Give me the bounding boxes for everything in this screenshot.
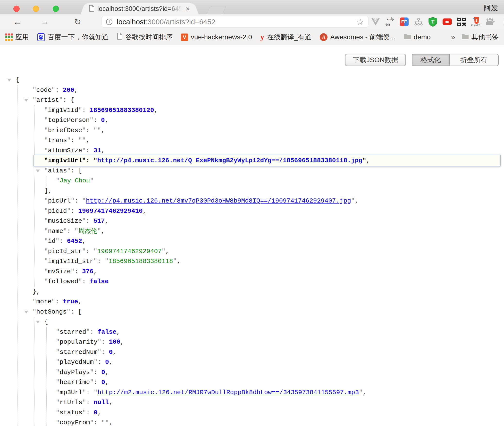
json-num-value: 18569651883380120 — [90, 107, 154, 114]
collapse-all-button[interactable]: 折叠所有 — [450, 54, 498, 66]
bookmark-apps[interactable]: 应用 — [5, 33, 29, 42]
json-key: starred — [60, 328, 86, 336]
json-key: playedNum — [60, 358, 94, 366]
back-icon[interactable]: ← — [11, 14, 24, 29]
close-window-button[interactable] — [13, 6, 20, 12]
json-line: "artist": { — [0, 95, 504, 105]
bookmark-baidu[interactable]: 百度一下，你就知道 — [37, 33, 109, 42]
json-key: hearTime — [60, 379, 90, 386]
json-url-link[interactable]: http://p4.music.126.net/Q_ExePNkmgB2yWyL… — [97, 157, 362, 164]
json-line: "more": true, — [0, 297, 504, 307]
bookmark-star-icon[interactable]: ☆ — [357, 17, 364, 27]
json-key: code — [36, 86, 51, 94]
json-num-value: 517 — [93, 217, 105, 225]
json-key: musicSize — [48, 217, 82, 225]
tab-title: localhost:3000/artists?id=645 — [97, 5, 183, 13]
format-button[interactable]: 格式化 — [412, 54, 450, 66]
youdao-y-icon: y — [260, 33, 264, 41]
json-line: "dayPlays": 0, — [0, 367, 504, 378]
json-line: "img1v1Id_str": "18569651883380118", — [0, 256, 504, 267]
fe-extension-icon[interactable]: FE — [400, 16, 409, 27]
collapse-arrow-icon[interactable] — [36, 321, 40, 324]
json-line: "mp3Url": "http://m2.music.126.net/RMJR7… — [0, 388, 504, 398]
json-key: popularity — [60, 338, 98, 346]
collapse-arrow-icon[interactable] — [24, 311, 28, 314]
video-speed-icon[interactable]: ▶▶ — [443, 16, 452, 27]
json-num-value: 100 — [109, 338, 120, 346]
vue-devtools-icon[interactable] — [371, 16, 380, 27]
json-url-link[interactable]: http://m2.music.126.net/RMJR7wDullRqppBk… — [98, 389, 359, 396]
bookmarks-bar: 应用 百度一下，你就知道 谷歌按时间排序 V vue-hackernews-2.… — [0, 29, 504, 45]
extensions-row: 英 en FE T ▶▶ 5 PLAYER — [371, 14, 504, 29]
json-key: dayPlays — [60, 369, 90, 376]
json-null-value: null — [94, 399, 109, 406]
bookmark-vue-hackernews[interactable]: V vue-hackernews-2.0 — [181, 33, 252, 41]
baidu-paw-icon — [37, 33, 45, 41]
json-key: name — [48, 228, 63, 235]
minimize-window-button[interactable] — [33, 6, 39, 12]
json-key: artist — [36, 96, 59, 104]
json-line: "hearTime": 0, — [0, 377, 504, 388]
url-host: localhost — [117, 18, 145, 26]
h5-player-icon[interactable]: 5 PLAYER — [471, 16, 480, 27]
json-num-value: 376 — [82, 268, 93, 275]
qr-code-icon[interactable] — [457, 16, 466, 27]
json-key: alias — [48, 167, 67, 174]
collapse-arrow-icon[interactable] — [24, 99, 28, 102]
json-key: mp3Url — [60, 389, 83, 396]
json-line: }, — [0, 287, 504, 297]
bookmark-other-folder[interactable]: 其他书签 — [462, 33, 499, 42]
json-key: id — [48, 238, 56, 245]
paw-extension-icon[interactable] — [486, 16, 495, 27]
json-line: "Jay Chou" — [0, 176, 504, 186]
page-favicon-icon — [89, 5, 94, 13]
json-line: { — [0, 75, 504, 85]
tampermonkey-icon[interactable]: T — [428, 16, 437, 27]
bookmarks-overflow-chevron[interactable]: » — [451, 33, 455, 42]
folder-icon — [462, 33, 469, 41]
json-num-value: 0 — [109, 349, 113, 356]
json-actions: 下载JSON数据 格式化 折叠所有 — [0, 45, 504, 66]
json-key: hotSongs — [36, 308, 67, 315]
json-num-value: 31 — [93, 147, 101, 154]
json-line: "playedNum": 0, — [0, 357, 504, 367]
json-string-value: 18569651883380118 — [109, 258, 173, 265]
folder-icon — [404, 33, 411, 41]
json-line: "status": 0, — [0, 408, 504, 418]
json-url-link[interactable]: http://p4.music.126.net/8mv7qP30Pd3oHW8b… — [86, 197, 351, 204]
tab-close-icon[interactable]: × — [186, 6, 190, 12]
json-line: "mvSize": 376, — [0, 267, 504, 277]
profile-name[interactable]: 阿发 — [484, 3, 498, 13]
json-num-value: 0 — [101, 117, 105, 124]
json-line: "picId_str": "19097417462929407", — [0, 247, 504, 257]
svg-text:5: 5 — [476, 18, 478, 23]
window-titlebar: localhost:3000/artists?id=645 × 阿发 — [0, 0, 504, 14]
zoom-window-button[interactable] — [53, 6, 59, 12]
json-line: "id": 6452, — [0, 236, 504, 247]
download-json-button[interactable]: 下载JSON数据 — [345, 54, 406, 66]
json-line: { — [0, 317, 504, 327]
json-key: picUrl — [48, 197, 71, 204]
json-line: "starred": false, — [0, 327, 504, 337]
bookmark-youdao[interactable]: y 在线翻译_有道 — [260, 33, 311, 42]
json-line: "copyFrom": "", — [0, 418, 504, 426]
sitemap-icon[interactable] — [414, 16, 423, 27]
collapse-arrow-icon[interactable] — [36, 170, 40, 172]
json-line: "starredNum": 0, — [0, 347, 504, 358]
browser-menu-icon[interactable] — [500, 16, 504, 27]
bookmark-demo-folder[interactable]: demo — [404, 33, 431, 41]
reload-icon[interactable]: ↻ — [71, 14, 84, 29]
new-tab-button[interactable] — [207, 6, 226, 14]
url-text[interactable]: localhost:3000/artists?id=6452 — [117, 18, 357, 26]
json-key: copyFrom — [60, 419, 90, 426]
bookmark-google-sort[interactable]: 谷歌按时间排序 — [117, 33, 173, 42]
svg-text:T: T — [431, 19, 435, 25]
translate-icon[interactable]: 英 en — [385, 16, 395, 27]
bookmark-awesomes[interactable]: A Awesomes - 前端资... — [320, 33, 395, 42]
json-key: trans — [48, 137, 67, 144]
browser-tab[interactable]: localhost:3000/artists?id=645 × — [86, 3, 193, 15]
address-bar[interactable]: i localhost:3000/artists?id=6452 ☆ — [102, 16, 368, 27]
collapse-arrow-icon[interactable] — [7, 79, 11, 82]
page-info-icon[interactable]: i — [106, 19, 112, 25]
json-line: "picId": 19097417462929410, — [0, 206, 504, 216]
